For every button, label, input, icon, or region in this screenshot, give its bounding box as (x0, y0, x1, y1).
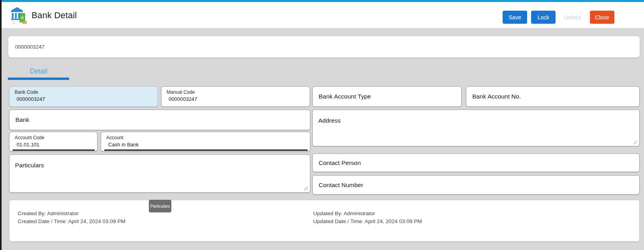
contact-number-label: Contact Number (313, 182, 363, 189)
address-textarea[interactable]: Address (312, 110, 640, 146)
bank-account-no-label: Bank Account No. (466, 93, 521, 100)
updated-info: Updated By: Administrator Updated Date /… (313, 210, 422, 225)
contact-person-label: Contact Person (313, 159, 361, 167)
account-field[interactable]: Account Cash in Bank (101, 132, 310, 152)
bank-account-no-field[interactable]: Bank Account No. (466, 86, 640, 107)
manual-code-label: Manual Code (161, 87, 310, 95)
app-top-accent-bar (0, 0, 644, 2)
bank-code-label: Bank Code (9, 87, 158, 95)
account-label: Account (101, 132, 310, 140)
bank-code-value: 0000003247 (9, 95, 158, 102)
lock-button[interactable]: Lock (531, 11, 556, 24)
bank-field[interactable]: Bank (9, 110, 310, 130)
audit-info-card: Created By: Administrator Created Date /… (9, 200, 640, 242)
bank-account-type-field[interactable]: Bank Account Type (312, 86, 462, 107)
contact-number-field[interactable]: Contact Number (312, 175, 640, 195)
resize-handle-icon[interactable] (633, 140, 637, 144)
tab-active-underline (8, 78, 69, 80)
document-code-value: 0000003247 (15, 44, 45, 50)
updated-date-text: Updated Date / Time: April 24, 2024 03:0… (313, 218, 422, 225)
particulars-textarea[interactable]: Particulars (9, 154, 310, 193)
created-info: Created By: Administrator Created Date /… (18, 210, 125, 225)
page-title: Bank Detail (32, 10, 77, 21)
header-bar: Bank Detail Save Lock Unlock Close (0, 2, 644, 28)
created-by-text: Created By: Administrator (18, 210, 125, 218)
save-button[interactable]: Save (503, 11, 527, 24)
particulars-label: Particulars (9, 155, 310, 169)
created-date-text: Created Date / Time: April 24, 2024 03:0… (18, 218, 125, 225)
resize-handle-icon[interactable] (304, 186, 308, 191)
account-code-label: Account Code (9, 132, 97, 140)
bank-label: Bank (9, 116, 29, 123)
tab-detail[interactable]: Detail (8, 67, 69, 76)
manual-code-field[interactable]: Manual Code 0000003247 (161, 86, 310, 107)
account-code-field[interactable]: Account Code 01.01.101 (9, 132, 98, 152)
account-code-value: 01.01.101 (13, 140, 95, 151)
close-button[interactable]: Close (590, 11, 614, 24)
bank-icon (10, 7, 28, 25)
address-label: Address (313, 110, 639, 124)
document-code-input[interactable]: 0000003247 (8, 36, 640, 58)
window-left-edge (0, 0, 2, 250)
unlock-button: Unlock (558, 11, 587, 24)
updated-by-text: Updated By: Administrator (313, 210, 422, 218)
account-value: Cash in Bank (104, 140, 308, 151)
bank-account-type-label: Bank Account Type (313, 93, 371, 100)
contact-person-field[interactable]: Contact Person (312, 153, 640, 172)
manual-code-value: 0000003247 (161, 95, 310, 102)
bank-code-field[interactable]: Bank Code 0000003247 (9, 86, 158, 107)
particulars-tooltip: Particulars (149, 200, 171, 212)
